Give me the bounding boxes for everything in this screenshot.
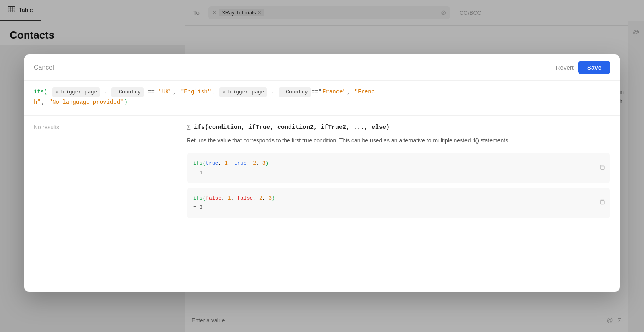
formula-eq-2: ==" — [312, 87, 322, 97]
code-sep-1a: , — [218, 160, 225, 166]
code-close-2: ) — [272, 195, 275, 201]
code-true-1a: true — [206, 160, 218, 166]
formula-dot-1: . — [101, 87, 111, 97]
trigger-page-chip-1: ↗ Trigger page — [52, 87, 100, 97]
code-ifs-1: ifs( — [193, 160, 206, 166]
code-ifs-2: ifs( — [193, 195, 206, 201]
chip-text-country-1: Country — [119, 88, 141, 97]
country-chip-1: ≡ Country — [111, 87, 143, 97]
svg-rect-5 — [601, 166, 604, 169]
list-icon-2: ≡ — [282, 89, 285, 96]
formula-no-language: "No language provided" — [49, 98, 124, 107]
code-example-1: ifs(true, 1, true, 2, 3) = 1 — [187, 153, 610, 183]
cancel-button[interactable]: Cancel — [34, 64, 54, 71]
code-line-2: ifs(false, 1, false, 2, 3) — [193, 194, 604, 203]
formula-editor[interactable]: ifs( ↗ Trigger page . ≡ Country == "UK" … — [24, 81, 620, 116]
formula-france: France" — [322, 87, 346, 97]
arrow-up-right-icon-2: ↗ — [222, 89, 225, 96]
country-chip-2: ≡ Country — [279, 87, 311, 97]
code-sep-2d: , — [262, 195, 269, 201]
formula-comma-3: , — [347, 87, 354, 97]
chip-text-trigger-2: Trigger page — [227, 88, 264, 97]
code-close-1: ) — [266, 160, 269, 166]
formula-ifs-keyword: ifs( — [34, 87, 47, 97]
save-button[interactable]: Save — [578, 61, 610, 74]
formula-h: h" — [34, 98, 41, 107]
svg-rect-6 — [601, 201, 604, 204]
modal-left-panel: No results — [24, 116, 177, 292]
chip-text-country-2: Country — [286, 88, 308, 97]
code-num-2c: 3 — [268, 195, 272, 201]
formula-modal: Cancel Revert Save ifs( ↗ Trigger page .… — [24, 54, 620, 292]
formula-uk: "UK" — [159, 87, 172, 97]
modal-right-panel: Σ ifs(condition, ifTrue, condition2, ifT… — [177, 116, 620, 292]
code-sep-2a: , — [221, 195, 228, 201]
formula-eq-1: == — [144, 87, 158, 97]
formula-line-2: h" , "No language provided" ) — [34, 98, 610, 107]
code-example-2: ifs(false, 1, false, 2, 3) = 3 — [187, 188, 610, 218]
code-sep-2b: , — [231, 195, 237, 201]
formula-french: "Frenc — [355, 87, 375, 97]
trigger-page-chip-2: ↗ Trigger page — [219, 87, 267, 97]
revert-button[interactable]: Revert — [556, 64, 574, 71]
func-title-row: Σ ifs(condition, ifTrue, condition2, ifT… — [187, 124, 610, 131]
modal-header: Cancel Revert Save — [24, 54, 620, 81]
copy-icon-1[interactable] — [599, 164, 605, 172]
code-false-2b: false — [237, 195, 253, 201]
copy-icon-2[interactable] — [599, 199, 605, 207]
formula-comma-4: , — [41, 98, 48, 107]
formula-english: "English" — [181, 87, 211, 97]
arrow-up-right-icon-1: ↗ — [55, 89, 58, 96]
list-icon-1: ≡ — [114, 89, 117, 96]
formula-dot-2: . — [268, 87, 278, 97]
code-sep-1b: , — [228, 160, 234, 166]
code-num-1a: 1 — [225, 160, 228, 166]
formula-comma-2: , — [212, 87, 219, 97]
code-num-1b: 2 — [253, 160, 256, 166]
chip-text-trigger-1: Trigger page — [60, 88, 97, 97]
func-title: ifs(condition, ifTrue, condition2, ifTru… — [194, 124, 390, 131]
code-line-1: ifs(true, 1, true, 2, 3) — [193, 159, 604, 168]
modal-header-actions: Revert Save — [556, 61, 610, 74]
code-sep-2c: , — [253, 195, 259, 201]
code-sep-1c: , — [247, 160, 253, 166]
func-description: Returns the value that corresponds to th… — [187, 136, 610, 145]
sigma-icon: Σ — [187, 124, 191, 131]
formula-comma-1: , — [173, 87, 180, 97]
code-num-2a: 1 — [228, 195, 231, 201]
no-results-label: No results — [34, 124, 59, 130]
code-result-1: = 1 — [193, 168, 604, 177]
modal-body: No results Σ ifs(condition, ifTrue, cond… — [24, 116, 620, 292]
code-true-1b: true — [234, 160, 246, 166]
formula-close-paren: ) — [124, 98, 127, 107]
code-num-2b: 2 — [259, 195, 262, 201]
formula-line: ifs( ↗ Trigger page . ≡ Country == "UK" … — [34, 87, 610, 97]
code-false-2a: false — [206, 195, 221, 201]
code-sep-1d: , — [256, 160, 262, 166]
code-num-1c: 3 — [262, 160, 266, 166]
code-result-2: = 3 — [193, 203, 604, 212]
